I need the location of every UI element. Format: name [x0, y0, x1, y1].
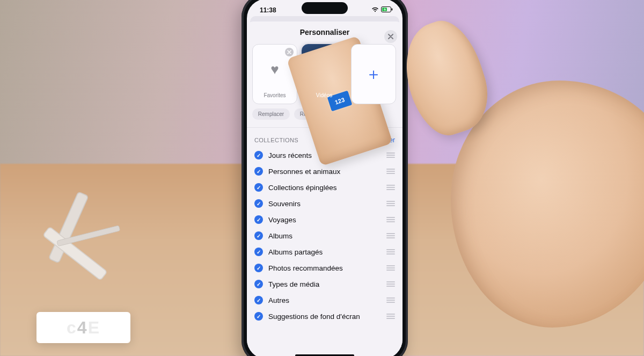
- collection-label: Suggestions de fond d'écran: [268, 313, 380, 321]
- checkmark-icon[interactable]: ✓: [254, 264, 263, 272]
- collection-label: Autres: [268, 296, 380, 304]
- collection-label: Personnes et animaux: [268, 168, 380, 176]
- channel-logo: [38, 183, 140, 290]
- collection-label: Collections épinglées: [268, 184, 380, 192]
- section-label: COLLECTIONS: [254, 137, 298, 143]
- drag-handle-icon[interactable]: [385, 233, 395, 238]
- remove-favorites-button[interactable]: [285, 48, 294, 56]
- checkmark-icon[interactable]: ✓: [254, 167, 263, 176]
- drag-handle-icon[interactable]: [385, 265, 395, 271]
- checkmark-icon[interactable]: ✓: [254, 151, 263, 159]
- wifi-icon: [371, 6, 379, 14]
- collection-label: Photos recommandées: [268, 264, 380, 272]
- card-favorites[interactable]: ♥ Favorites: [252, 44, 297, 104]
- checkmark-icon[interactable]: ✓: [254, 231, 263, 240]
- collection-label: Albums partagés: [268, 248, 380, 256]
- card-add[interactable]: ＋: [351, 44, 396, 104]
- collection-label: Voyages: [268, 216, 380, 224]
- phone-screen: 11:38 Personnaliser: [247, 0, 402, 356]
- pinned-cards-row: ♥ Favorites 123 Vidéos ＋: [247, 40, 402, 104]
- drag-handle-icon[interactable]: [385, 169, 395, 174]
- collection-row[interactable]: ✓ Voyages: [252, 212, 397, 228]
- drag-handle-icon[interactable]: [385, 314, 395, 319]
- collection-row[interactable]: ✓ Autres: [252, 292, 397, 308]
- checkmark-icon[interactable]: ✓: [254, 183, 263, 192]
- status-time: 11:38: [260, 6, 276, 14]
- checkmark-icon[interactable]: ✓: [254, 199, 263, 208]
- drag-handle-icon[interactable]: [385, 249, 395, 255]
- plus-icon: ＋: [365, 63, 382, 85]
- collection-row[interactable]: ✓ Types de média: [252, 276, 397, 292]
- drag-handle-icon[interactable]: [385, 297, 395, 303]
- sheet-title: Personnaliser: [247, 21, 402, 40]
- watermark-char: E: [88, 318, 100, 337]
- collection-label: Types de média: [268, 280, 380, 288]
- battery-icon: [381, 6, 393, 14]
- collection-row[interactable]: ✓ Albums partagés: [252, 244, 397, 260]
- collections-list: ✓ Jours récents ✓ Personnes et animaux ✓…: [247, 147, 402, 340]
- collection-label: Souvenirs: [268, 200, 380, 208]
- close-button[interactable]: [384, 30, 397, 43]
- collection-row[interactable]: ✓ Photos recommandées: [252, 260, 397, 276]
- card-videos[interactable]: 123 Vidéos: [302, 44, 347, 104]
- dynamic-island: [302, 2, 348, 14]
- phone-frame: 11:38 Personnaliser: [241, 0, 408, 356]
- drag-handle-icon[interactable]: [385, 185, 395, 190]
- card-label: Vidéos: [316, 92, 332, 98]
- checkmark-icon[interactable]: ✓: [254, 280, 263, 288]
- watermark-char: 4: [77, 318, 88, 337]
- drag-handle-icon[interactable]: [385, 281, 395, 287]
- checkmark-icon[interactable]: ✓: [254, 215, 263, 224]
- collection-row[interactable]: ✓ Collections épinglées: [252, 179, 397, 195]
- collection-row[interactable]: ✓ Personnes et animaux: [252, 163, 397, 179]
- collection-row[interactable]: ✓ Albums: [252, 228, 397, 244]
- collection-label: Albums: [268, 232, 380, 240]
- collection-row[interactable]: ✓ Souvenirs: [252, 195, 397, 212]
- drag-handle-icon[interactable]: [385, 201, 395, 206]
- customize-sheet[interactable]: Personnaliser ♥ Favorites: [247, 21, 402, 356]
- replace-favorites-button[interactable]: Remplacer: [252, 108, 290, 120]
- checkmark-icon[interactable]: ✓: [254, 248, 263, 256]
- checkmark-icon[interactable]: ✓: [254, 312, 263, 321]
- heart-icon: ♥: [270, 61, 279, 78]
- watermark-char: c: [67, 318, 77, 337]
- drag-handle-icon[interactable]: [385, 152, 395, 158]
- collection-row[interactable]: ✓ Suggestions de fond d'écran: [252, 308, 397, 324]
- watermark-badge: c4E: [36, 312, 130, 343]
- checkmark-icon[interactable]: ✓: [254, 296, 263, 304]
- drag-handle-icon[interactable]: [385, 217, 395, 222]
- card-label: Favorites: [264, 92, 286, 98]
- svg-rect-5: [392, 9, 393, 11]
